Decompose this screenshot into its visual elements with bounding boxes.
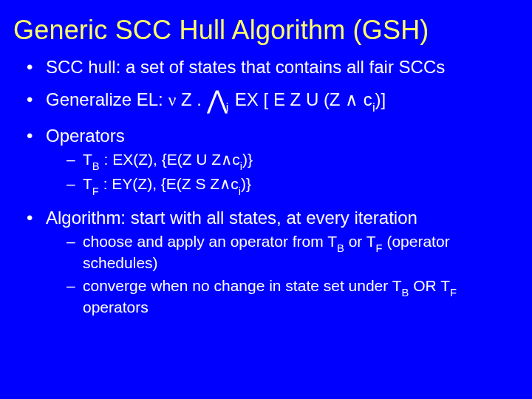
sub-list: choose and apply an operator from TB or …	[46, 232, 519, 318]
big-and-icon: ⋀	[207, 86, 228, 114]
bullet-scc-hull: SCC hull: a set of states that contains …	[27, 56, 519, 78]
text: choose and apply an operator from T	[83, 233, 337, 250]
text: c	[358, 89, 372, 109]
bullet-text: Operators	[46, 126, 125, 146]
text: T	[83, 151, 92, 168]
sub-converge: converge when no change in state set und…	[66, 276, 519, 318]
text: : EX(Z), {E(Z U Z	[100, 151, 222, 168]
text: T	[83, 175, 92, 192]
text: c	[231, 175, 239, 192]
subscript-i: i	[239, 185, 241, 197]
subscript-b: B	[337, 242, 344, 254]
bullet-algorithm: Algorithm: start with all states, at eve…	[27, 207, 519, 318]
sub-tf: TF : EY(Z), {E(Z S Z∧ci)}	[66, 174, 519, 197]
nu-symbol: ν	[168, 90, 176, 109]
sub-choose: choose and apply an operator from TB or …	[66, 232, 519, 273]
subscript-i: i	[240, 160, 242, 172]
slide: Generic SCC Hull Algorithm (GSH) SCC hul…	[0, 0, 532, 399]
sub-tb: TB : EX(Z), {E(Z U Z∧ci)}	[66, 150, 519, 172]
and-symbol: ∧	[345, 90, 358, 109]
and-symbol: ∧	[219, 175, 231, 193]
bullet-text: Algorithm: start with all states, at eve…	[46, 208, 417, 228]
text: converge when no change in state set und…	[83, 277, 402, 294]
text: )}	[242, 151, 253, 168]
bullet-operators: Operators TB : EX(Z), {E(Z U Z∧ci)} TF :…	[27, 125, 519, 197]
and-symbol: ∧	[221, 151, 232, 168]
subscript-b: B	[92, 160, 100, 172]
slide-title: Generic SCC Hull Algorithm (GSH)	[13, 15, 519, 46]
text: c	[232, 151, 240, 168]
text: OR T	[409, 277, 450, 294]
subscript-f: F	[376, 242, 383, 254]
text: Generalize EL:	[46, 89, 168, 109]
bullet-text: SCC hull: a set of states that contains …	[46, 57, 445, 77]
subscript-f: F	[92, 185, 99, 197]
text: or T	[344, 233, 376, 250]
text: EX [ E Z U (Z	[230, 89, 345, 109]
subscript-i: i	[226, 101, 229, 114]
sub-list: TB : EX(Z), {E(Z U Z∧ci)} TF : EY(Z), {E…	[46, 150, 519, 197]
text: operators	[83, 299, 149, 316]
text: )]	[375, 89, 386, 109]
text: : EY(Z), {E(Z S Z	[99, 175, 219, 192]
text: )}	[241, 175, 251, 192]
subscript-i: i	[372, 100, 375, 115]
bullet-generalize-el: Generalize EL: ν Z . ⋀i EX [ E Z U (Z ∧ …	[27, 89, 519, 115]
bullet-list: SCC hull: a set of states that contains …	[13, 56, 519, 318]
subscript-f: F	[450, 287, 457, 299]
subscript-b: B	[402, 287, 409, 299]
text: Z .	[176, 89, 206, 109]
